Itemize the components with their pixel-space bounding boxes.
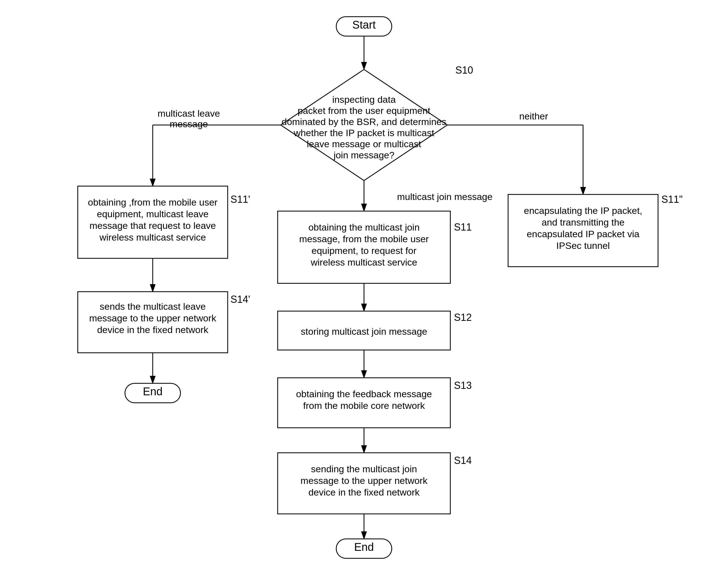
svg-text:message, from the mobile user: message, from the mobile user [299,234,429,244]
svg-text:encapsulated IP packet via: encapsulated IP packet via [527,229,639,239]
label-neither: neither [519,111,548,121]
svg-text:equipment, to request for: equipment, to request for [311,245,417,256]
svg-text:message to the upper network: message to the upper network [89,313,216,323]
s11-ref: S11 [454,221,472,233]
svg-text:inspecting data: inspecting data [332,94,396,105]
svg-text:obtaining the multicast join: obtaining the multicast join [308,222,420,233]
s14prime-ref: S14' [230,294,250,305]
svg-text:wireless multicast service: wireless multicast service [99,232,206,243]
s13-ref: S13 [454,380,472,391]
svg-text:message  to the upper network: message to the upper network [300,475,428,486]
label-leave-1: multicast leave [158,108,220,118]
svg-text:dominated by the BSR, and dete: dominated by the BSR, and determines [281,116,446,127]
flowchart-diagram: Start S10 inspecting data packet from th… [0,0,728,570]
label-join: multicast join message [397,191,493,202]
svg-text:obtaining ,from the mobile use: obtaining ,from the mobile user [88,197,218,208]
s10-ref: S10 [455,64,473,76]
s14-ref: S14 [454,455,472,466]
svg-text:storing multicast join message: storing multicast join message [301,326,427,337]
end-bottom-label: End [354,541,374,553]
svg-text:join message?: join message? [333,150,394,160]
svg-text:sends the multicast leave: sends the multicast leave [100,301,206,312]
start-label: Start [352,19,376,31]
svg-text:wireless multicast service: wireless multicast service [310,257,417,268]
svg-text:packet from the user equipment: packet from the user equipment [298,105,431,116]
svg-text:sending the multicast join: sending the multicast join [311,464,417,474]
label-leave-2: message [170,118,208,129]
s12-ref: S12 [454,312,472,323]
svg-text:IPSec tunnel: IPSec tunnel [556,240,610,251]
svg-text:and transmitting the: and transmitting the [542,217,625,228]
svg-text:device in the fixed network: device in the fixed network [308,487,420,498]
end-left-label: End [143,385,162,397]
svg-text:from the mobile core network: from the mobile core network [303,400,425,411]
svg-text:obtaining the feedback message: obtaining the feedback message [296,388,432,399]
svg-text:leave message or multicast: leave message or multicast [307,138,422,149]
svg-text:encapsulating the IP packet,: encapsulating the IP packet, [524,205,643,216]
s11double-ref: S11" [661,194,683,205]
svg-text:whether the IP packet is multi: whether the IP packet is multicast [293,127,434,138]
svg-text:device in the fixed network: device in the fixed network [97,324,209,335]
svg-text:equipment, multicast leave: equipment, multicast leave [97,209,209,219]
s11prime-ref: S11' [230,194,250,205]
svg-text:message that request to leave: message that request to leave [89,220,216,231]
